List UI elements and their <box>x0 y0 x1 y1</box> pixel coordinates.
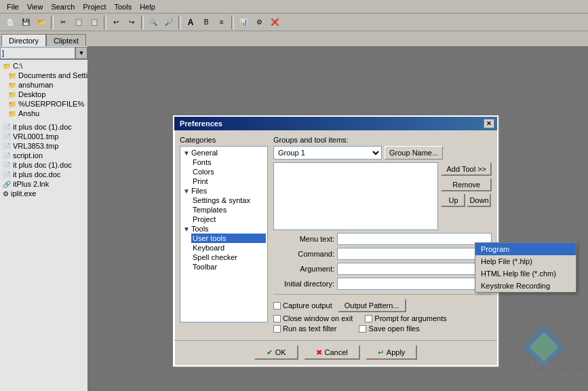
cat-print[interactable]: Print <box>191 176 266 186</box>
menu-text-label: Menu text: <box>273 235 334 243</box>
run-text-filter-item: Run as text filter <box>273 324 336 333</box>
down-btn[interactable]: Down <box>467 193 491 207</box>
expand-icon: ▼ <box>183 187 190 195</box>
save-open-files-label: Save open files <box>368 324 419 333</box>
checkboxes-area: Capture output Output Pattern... Close w… <box>273 294 492 333</box>
checkbox-row-3: Run as text filter Save open files <box>273 324 492 333</box>
dialog-title: Preferences <box>180 119 222 128</box>
prompt-args-label: Prompt for arguments <box>374 314 446 322</box>
expand-icon: ▼ <box>183 149 190 157</box>
menu-text-row: Menu text: <box>273 233 492 245</box>
cat-spell-checker[interactable]: Spell checker <box>191 253 266 262</box>
command-field-group: ... <box>337 248 492 260</box>
close-window-label: Close window on exit <box>283 314 353 322</box>
cat-settings-syntax[interactable]: Settings & syntax <box>191 196 266 205</box>
ok-icon: ✔ <box>267 348 273 357</box>
apply-btn[interactable]: ↵ Apply <box>366 345 418 360</box>
groups-label: Groups and tool items: <box>273 136 492 144</box>
cat-colors[interactable]: Colors <box>191 167 266 176</box>
up-btn[interactable]: Up <box>441 193 465 207</box>
tools-side: Add Tool >> Remove Up Down <box>441 162 492 230</box>
cat-keyboard[interactable]: Keyboard <box>191 243 266 253</box>
remove-btn[interactable]: Remove <box>441 178 492 191</box>
cat-fonts[interactable]: Fonts <box>191 157 266 167</box>
ok-btn[interactable]: ✔ OK <box>254 345 298 360</box>
cat-toolbar[interactable]: Toolbar <box>191 262 266 272</box>
categories-tree: ▼General Fonts Colors Print ▼Files Setti… <box>180 146 268 322</box>
command-label: Command: <box>273 250 334 258</box>
capture-output-checkbox[interactable] <box>273 302 281 310</box>
prompt-args-item: Prompt for arguments <box>365 314 446 322</box>
cancel-btn[interactable]: ✖ Cancel <box>304 345 360 360</box>
argument-field-group: ▼ <box>337 263 492 275</box>
right-panel: Groups and tool items: Group 1 Group Nam… <box>273 136 492 335</box>
groups-top: Group 1 Group Name... <box>273 146 492 160</box>
dialog-close-btn[interactable]: ✕ <box>484 119 494 128</box>
argument-row: Argument: ▼ <box>273 263 492 275</box>
checkbox-row-1: Capture output Output Pattern... <box>273 299 492 312</box>
initial-dir-field-group: ▼ <box>337 278 492 290</box>
add-tool-btn[interactable]: Add Tool >> <box>441 162 492 176</box>
dialog-body: Categories ▼General Fonts Colors Print ▼… <box>174 130 497 340</box>
cancel-label: Cancel <box>325 348 348 356</box>
add-tool-dropdown: Program Help File (*.hlp) HTML Help file… <box>475 242 576 293</box>
dialog-footer: ✔ OK ✖ Cancel ↵ Apply <box>174 340 497 365</box>
dropdown-program[interactable]: Program <box>475 243 576 255</box>
dialog-overlay: Preferences ✕ Categories ▼General Fonts … <box>0 0 588 391</box>
save-open-files-item: Save open files <box>359 324 419 333</box>
tools-area: Add Tool >> Remove Up Down <box>273 162 492 230</box>
cat-files[interactable]: ▼Files <box>182 186 266 196</box>
cat-templates[interactable]: Templates <box>191 205 266 215</box>
categories-panel: Categories ▼General Fonts Colors Print ▼… <box>180 136 268 335</box>
up-down-btns: Up Down <box>441 193 492 207</box>
dropdown-keystroke[interactable]: Keystroke Recording <box>475 280 576 292</box>
tools-list[interactable] <box>273 162 438 230</box>
save-open-files-checkbox[interactable] <box>359 325 366 333</box>
initial-dir-label: Initial directory: <box>273 280 334 288</box>
initial-dir-input[interactable] <box>337 278 479 290</box>
prompt-args-checkbox[interactable] <box>365 315 372 322</box>
run-text-filter-label: Run as text filter <box>283 324 336 333</box>
initial-dir-row: Initial directory: ▼ <box>273 278 492 290</box>
close-window-checkbox[interactable] <box>273 315 281 322</box>
expand-icon: ▼ <box>183 225 190 233</box>
argument-input[interactable] <box>337 263 479 275</box>
categories-label: Categories <box>180 136 268 144</box>
cat-tools[interactable]: ▼Tools <box>182 224 266 234</box>
preferences-dialog: Preferences ✕ Categories ▼General Fonts … <box>173 115 498 367</box>
command-row: Command: ... <box>273 248 492 260</box>
capture-output-label: Capture output <box>283 301 332 310</box>
argument-label: Argument: <box>273 265 334 273</box>
group-select[interactable]: Group 1 <box>273 146 382 160</box>
dropdown-html-help[interactable]: HTML Help file (*.chm) <box>475 267 576 280</box>
group-name-btn[interactable]: Group Name... <box>385 146 443 160</box>
cat-user-tools[interactable]: User tools <box>191 234 266 243</box>
apply-label: Apply <box>387 348 406 356</box>
dialog-titlebar: Preferences ✕ <box>174 117 497 130</box>
cat-general[interactable]: ▼General <box>182 148 266 157</box>
cat-project[interactable]: Project <box>191 215 266 224</box>
apply-icon: ↵ <box>378 348 384 357</box>
ok-label: OK <box>275 348 286 356</box>
main-window: File View Search Project Tools Help 📄 💾 … <box>0 0 588 391</box>
close-window-item: Close window on exit <box>273 314 353 322</box>
checkbox-row-2: Close window on exit Prompt for argument… <box>273 314 492 322</box>
run-text-filter-checkbox[interactable] <box>273 325 281 333</box>
dropdown-help-file[interactable]: Help File (*.hlp) <box>475 255 576 267</box>
capture-output-item: Capture output <box>273 301 332 310</box>
command-input[interactable] <box>337 248 475 260</box>
menu-text-input[interactable] <box>337 233 492 245</box>
output-pattern-btn[interactable]: Output Pattern... <box>338 299 406 312</box>
cancel-icon: ✖ <box>316 348 322 357</box>
